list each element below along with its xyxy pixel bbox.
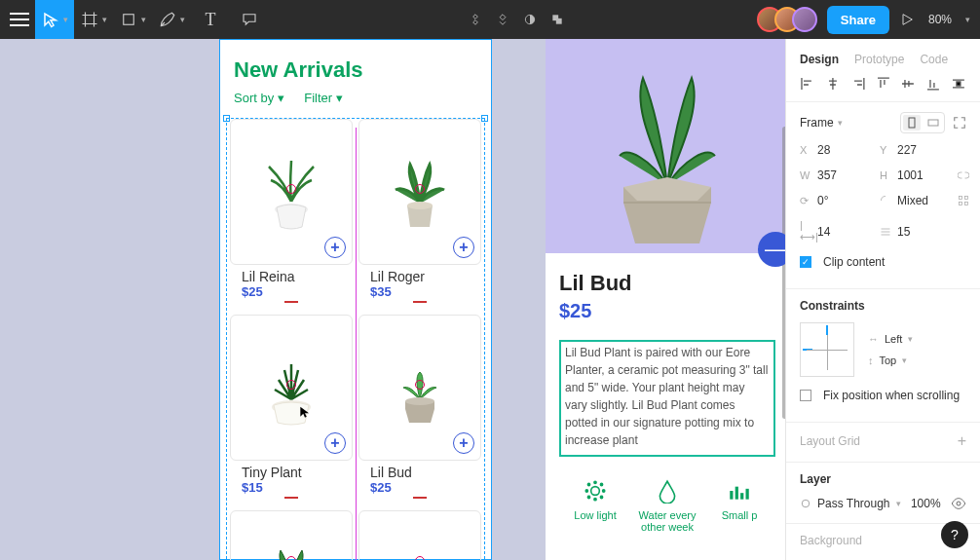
frame-tool[interactable]: ▾ <box>74 0 113 39</box>
chevron-down-icon[interactable]: ▾ <box>141 15 146 24</box>
detail-price: $25 <box>559 300 775 322</box>
artboard-list[interactable]: New Arrivals Sort by ▾ Filter ▾ <box>219 39 492 560</box>
layout-grid-title: Layout Grid <box>800 434 860 448</box>
scrollbar[interactable] <box>782 127 785 419</box>
opacity-input[interactable]: 100% <box>911 497 941 510</box>
x-input[interactable]: 28 <box>817 143 872 157</box>
boolean-icon[interactable] <box>523 13 537 26</box>
product-card[interactable]: + <box>230 315 353 461</box>
text-tool[interactable]: T <box>191 0 230 39</box>
top-toolbar: ▾ ▾ ▾ ▾ T Share 8 <box>0 0 980 39</box>
menu-icon[interactable] <box>10 13 29 26</box>
align-hcenter-icon[interactable] <box>825 76 841 92</box>
svg-point-17 <box>603 490 605 492</box>
tab-prototype[interactable]: Prototype <box>854 53 904 66</box>
svg-point-15 <box>594 499 596 501</box>
chevron-down-icon[interactable]: ▾ <box>63 15 68 24</box>
fab-add-button[interactable]: — <box>758 232 785 267</box>
pen-tool[interactable]: ▾ <box>152 0 191 39</box>
cursor-icon <box>298 405 312 419</box>
share-button[interactable]: Share <box>827 6 889 34</box>
chevron-down-icon[interactable]: ▾ <box>180 15 185 24</box>
clip-checkbox[interactable]: ✓ <box>800 256 811 268</box>
comment-tool[interactable] <box>230 0 269 39</box>
add-button[interactable]: + <box>324 237 346 258</box>
properties-panel: Design Prototype Code Frame ▾ <box>785 39 980 560</box>
product-card[interactable] <box>230 510 353 560</box>
feature-label: Water every other week <box>633 509 701 533</box>
visibility-icon[interactable] <box>951 496 966 511</box>
svg-point-19 <box>600 483 602 485</box>
add-button[interactable]: + <box>453 237 474 258</box>
fix-position-checkbox[interactable] <box>800 390 811 401</box>
add-grid-button[interactable]: + <box>958 432 966 450</box>
detail-footer: Lil Bud Plant is highlight rated amongst… <box>559 556 775 560</box>
mask-icon[interactable] <box>496 13 509 26</box>
move-tool[interactable]: ▾ <box>35 0 74 39</box>
chevron-down-icon[interactable]: ▾ <box>102 15 107 24</box>
svg-point-18 <box>587 483 589 485</box>
feature-label: Small p <box>722 509 758 521</box>
w-input[interactable]: 357 <box>817 168 872 182</box>
y-input[interactable]: 227 <box>897 143 952 157</box>
align-right-icon[interactable] <box>850 76 866 92</box>
constraint-h-select[interactable]: ↔Left▾ <box>868 333 913 345</box>
orientation-portrait[interactable] <box>903 115 921 131</box>
align-left-icon[interactable] <box>800 76 815 92</box>
svg-point-5 <box>407 202 433 209</box>
fix-label: Fix position when scrolling <box>823 389 960 402</box>
svg-rect-27 <box>928 120 938 126</box>
sort-button[interactable]: Sort by ▾ <box>234 91 284 105</box>
product-card[interactable] <box>358 510 481 560</box>
help-button[interactable]: ? <box>941 521 968 548</box>
svg-point-13 <box>591 487 600 496</box>
align-bottom-icon[interactable] <box>925 76 941 92</box>
resize-fit-icon[interactable] <box>953 116 966 130</box>
background-title: Background <box>800 534 862 547</box>
pad-v-input[interactable]: 15 <box>897 225 952 239</box>
zoom-level[interactable]: 80% <box>928 13 952 26</box>
pad-h-input[interactable]: 14 <box>817 225 872 239</box>
blend-mode-select[interactable]: Pass Through▾ <box>800 497 901 510</box>
tab-code[interactable]: Code <box>920 53 948 66</box>
svg-point-20 <box>587 496 589 498</box>
svg-rect-26 <box>909 118 915 128</box>
filter-button[interactable]: Filter ▾ <box>304 91 343 105</box>
avatar[interactable] <box>792 7 817 32</box>
product-card[interactable]: + <box>230 119 353 265</box>
sun-icon <box>583 478 608 504</box>
product-card[interactable]: + <box>358 119 481 265</box>
artboard-detail[interactable]: — Lil Bud $25 Lil Bud Plant is paired wi… <box>546 39 785 560</box>
svg-point-7 <box>405 397 434 405</box>
play-icon[interactable] <box>899 12 915 27</box>
add-button[interactable]: + <box>453 432 474 454</box>
product-price: $15 <box>242 480 341 495</box>
canvas[interactable]: New Arrivals Sort by ▾ Filter ▾ <box>0 39 785 560</box>
drop-icon <box>655 478 680 504</box>
hero-image: — <box>546 39 785 253</box>
svg-rect-22 <box>730 491 733 500</box>
detail-description[interactable]: Lil Bud Plant is paired with our Eore Pl… <box>559 340 775 457</box>
union-icon[interactable] <box>550 13 564 26</box>
corners-icon[interactable] <box>958 195 969 206</box>
h-input[interactable]: 1001 <box>897 168 952 182</box>
component-icon[interactable] <box>469 13 482 26</box>
shape-tool[interactable]: ▾ <box>113 0 152 39</box>
radius-input[interactable]: Mixed <box>897 194 952 207</box>
chevron-down-icon[interactable]: ▾ <box>965 15 970 24</box>
align-top-icon[interactable] <box>876 76 891 92</box>
svg-rect-0 <box>123 15 133 25</box>
tab-design[interactable]: Design <box>800 53 839 66</box>
svg-rect-25 <box>746 489 749 500</box>
add-button[interactable]: + <box>324 432 346 454</box>
orientation-landscape[interactable] <box>924 115 942 131</box>
align-vcenter-icon[interactable] <box>900 76 916 92</box>
link-icon[interactable] <box>958 169 969 181</box>
constraints-widget[interactable] <box>800 322 854 377</box>
constraint-v-select[interactable]: ↕Top▾ <box>868 355 913 366</box>
frame-dropdown[interactable]: Frame ▾ <box>800 116 843 130</box>
rotation-input[interactable]: 0° <box>817 194 872 207</box>
distribute-icon[interactable] <box>951 76 966 92</box>
product-card[interactable]: + <box>358 315 481 461</box>
product-name: Lil Reina <box>242 269 341 284</box>
